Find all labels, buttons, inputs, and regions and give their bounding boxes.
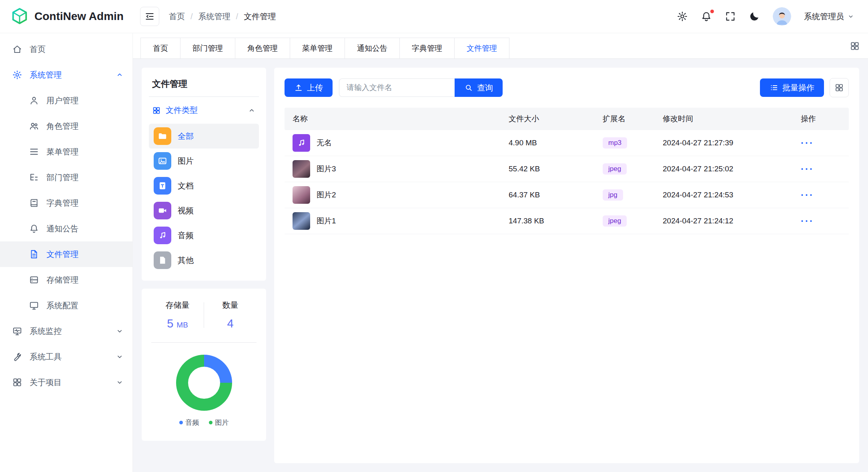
file-type-video[interactable]: 视频 bbox=[149, 198, 259, 223]
sidebar-item-dept-mgmt[interactable]: 部门管理 bbox=[0, 165, 132, 190]
music-icon bbox=[154, 227, 171, 244]
sidebar-item-label: 角色管理 bbox=[46, 121, 124, 132]
sidebar-item-label: 存储管理 bbox=[46, 275, 124, 285]
sidebar-item-about-project[interactable]: 关于项目 bbox=[0, 370, 132, 395]
grid-view-toggle[interactable] bbox=[830, 78, 849, 97]
column-header-size: 文件大小 bbox=[509, 114, 603, 124]
header-actions: 系统管理员 bbox=[677, 7, 854, 26]
sidebar-item-label: 文件管理 bbox=[46, 249, 124, 260]
sidebar-item-system-mgmt[interactable]: 系统管理 bbox=[0, 62, 132, 88]
sidebar-item-menu-mgmt[interactable]: 菜单管理 bbox=[0, 139, 132, 165]
file-type-other[interactable]: 其他 bbox=[149, 248, 259, 273]
donut-legend: 音频 图片 bbox=[179, 418, 229, 427]
tab-role-mgmt[interactable]: 角色管理 bbox=[235, 38, 290, 58]
tab-file-mgmt[interactable]: 文件管理 bbox=[454, 38, 509, 58]
sidebar-item-system-tools[interactable]: 系统工具 bbox=[0, 344, 132, 370]
video-icon bbox=[154, 202, 171, 219]
search-input[interactable] bbox=[339, 78, 455, 97]
chevron-down-icon bbox=[116, 378, 124, 386]
tab-dict-mgmt[interactable]: 字典管理 bbox=[399, 38, 455, 58]
user-icon bbox=[29, 95, 39, 106]
row-actions-ellipsis[interactable]: ··· bbox=[801, 215, 814, 226]
sidebar: 首页 系统管理 用户管理 角色管理 菜单管理 部门管理 bbox=[0, 33, 133, 472]
sidebar-collapse-button[interactable] bbox=[140, 7, 159, 26]
book-icon bbox=[29, 198, 39, 208]
file-type-panel: 文件管理 文件类型 全部 图片 bbox=[142, 68, 266, 463]
file-type-label: 图片 bbox=[178, 156, 194, 167]
image-thumbnail bbox=[293, 186, 310, 204]
image-thumbnail bbox=[293, 160, 310, 178]
document-icon bbox=[154, 177, 171, 195]
sidebar-item-dict-mgmt[interactable]: 字典管理 bbox=[0, 190, 132, 216]
sidebar-item-storage-mgmt[interactable]: 存储管理 bbox=[0, 267, 132, 293]
sidebar-item-system-monitor[interactable]: 系统监控 bbox=[0, 318, 132, 344]
fullscreen-icon[interactable] bbox=[725, 11, 736, 22]
breadcrumb: 首页 / 系统管理 / 文件管理 bbox=[169, 11, 276, 22]
file-icon bbox=[154, 251, 171, 269]
user-name-label: 系统管理员 bbox=[804, 11, 844, 22]
grid-icon bbox=[834, 83, 844, 92]
sidebar-item-notice[interactable]: 通知公告 bbox=[0, 216, 132, 241]
modified-time: 2024-04-27 21:24:12 bbox=[663, 217, 801, 225]
row-actions-ellipsis[interactable]: ··· bbox=[801, 163, 814, 174]
storage-value: 5 bbox=[167, 317, 173, 330]
tab-menu-mgmt[interactable]: 菜单管理 bbox=[290, 38, 345, 58]
file-type-section-label: 文件类型 bbox=[166, 105, 198, 116]
file-type-all[interactable]: 全部 bbox=[149, 124, 259, 149]
tree-icon bbox=[29, 172, 39, 183]
batch-operations-button[interactable]: 批量操作 bbox=[760, 78, 824, 97]
user-avatar[interactable] bbox=[773, 7, 791, 26]
count-stat: 数量 4 bbox=[204, 300, 257, 330]
sidebar-item-file-mgmt[interactable]: 文件管理 bbox=[0, 241, 132, 267]
query-button[interactable]: 查询 bbox=[455, 78, 503, 97]
count-value: 4 bbox=[227, 317, 233, 330]
notification-badge bbox=[710, 10, 714, 13]
ext-tag: jpg bbox=[603, 189, 623, 201]
upload-button[interactable]: 上传 bbox=[285, 78, 333, 97]
monitor-icon bbox=[29, 300, 39, 311]
user-menu[interactable]: 系统管理员 bbox=[804, 11, 854, 22]
image-icon bbox=[154, 152, 171, 170]
file-type-label: 视频 bbox=[178, 205, 194, 216]
table-row[interactable]: 图片1 147.38 KB jpeg 2024-04-27 21:24:12 ·… bbox=[285, 208, 849, 234]
column-header-actions: 操作 bbox=[801, 114, 849, 124]
file-name: 图片1 bbox=[317, 216, 336, 226]
notification-bell-icon[interactable] bbox=[701, 11, 712, 22]
dark-mode-moon-icon[interactable] bbox=[749, 11, 760, 22]
sidebar-item-role-mgmt[interactable]: 角色管理 bbox=[0, 113, 132, 139]
tab-notice[interactable]: 通知公告 bbox=[345, 38, 400, 58]
table-row[interactable]: 无名 4.90 MB mp3 2024-04-27 21:27:39 ··· bbox=[285, 130, 849, 156]
file-type-label: 其他 bbox=[178, 255, 194, 266]
breadcrumb-item-system[interactable]: 系统管理 bbox=[198, 11, 231, 22]
table-row[interactable]: 图片3 55.42 KB jpeg 2024-04-27 21:25:02 ··… bbox=[285, 156, 849, 182]
tab-bar: 首页 部门管理 角色管理 菜单管理 通知公告 字典管理 文件管理 bbox=[133, 33, 868, 59]
breadcrumb-item-current: 文件管理 bbox=[244, 11, 276, 22]
row-actions-ellipsis[interactable]: ··· bbox=[801, 137, 814, 148]
tab-options-grid-icon[interactable] bbox=[850, 41, 868, 51]
ext-tag: jpeg bbox=[603, 163, 627, 175]
file-type-doc[interactable]: 文档 bbox=[149, 173, 259, 198]
breadcrumb-item-home[interactable]: 首页 bbox=[169, 11, 185, 22]
row-actions-ellipsis[interactable]: ··· bbox=[801, 189, 814, 200]
settings-gear-icon[interactable] bbox=[677, 11, 688, 22]
table-row[interactable]: 图片2 64.37 KB jpg 2024-04-27 21:24:53 ··· bbox=[285, 182, 849, 208]
file-type-section-header[interactable]: 文件类型 bbox=[149, 97, 259, 124]
tab-home[interactable]: 首页 bbox=[140, 38, 180, 58]
sidebar-item-user-mgmt[interactable]: 用户管理 bbox=[0, 88, 132, 113]
count-label: 数量 bbox=[204, 300, 257, 311]
file-size: 4.90 MB bbox=[509, 139, 603, 147]
sidebar-item-system-config[interactable]: 系统配置 bbox=[0, 293, 132, 318]
logo-area[interactable]: ContiNew Admin bbox=[0, 7, 133, 26]
grid-icon bbox=[12, 377, 22, 388]
users-icon bbox=[29, 121, 39, 131]
file-type-image[interactable]: 图片 bbox=[149, 149, 259, 173]
header: ContiNew Admin 首页 / 系统管理 / 文件管理 bbox=[0, 0, 868, 33]
tab-dept-mgmt[interactable]: 部门管理 bbox=[180, 38, 235, 58]
sidebar-item-home[interactable]: 首页 bbox=[0, 36, 132, 62]
sidebar-item-label: 系统管理 bbox=[30, 70, 108, 80]
modified-time: 2024-04-27 21:24:53 bbox=[663, 191, 801, 199]
modified-time: 2024-04-27 21:25:02 bbox=[663, 165, 801, 173]
file-type-audio[interactable]: 音频 bbox=[149, 223, 259, 248]
wrench-icon bbox=[12, 351, 22, 362]
app-title: ContiNew Admin bbox=[34, 10, 124, 23]
